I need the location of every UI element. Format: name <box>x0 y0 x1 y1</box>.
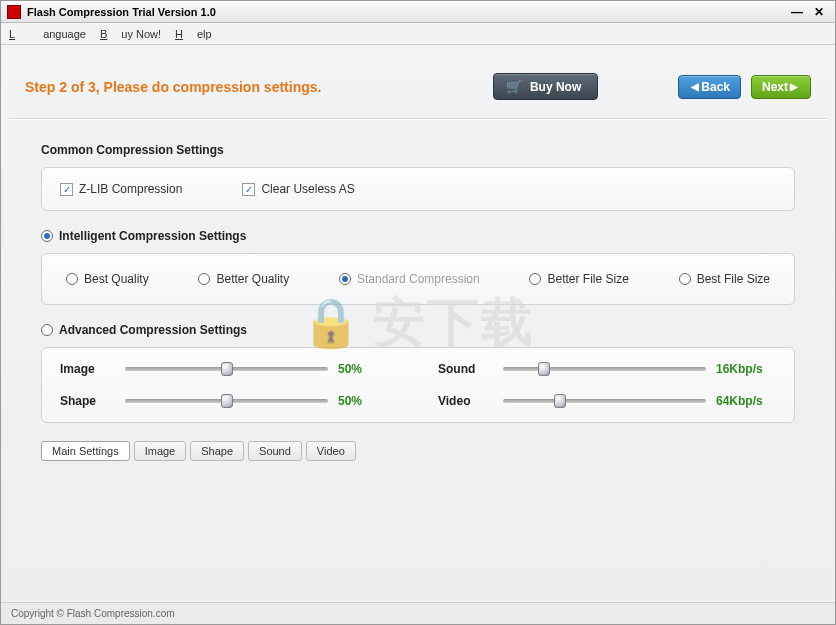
checkbox-icon <box>242 183 255 196</box>
radio-better-quality[interactable]: Better Quality <box>198 272 289 286</box>
common-settings-label: Common Compression Settings <box>41 143 795 157</box>
copyright-text: Copyright © Flash Compression.com <box>11 608 175 619</box>
advanced-settings-radio[interactable]: Advanced Compression Settings <box>41 323 795 337</box>
main-panel: Common Compression Settings Z-LIB Compre… <box>1 119 835 471</box>
close-button[interactable]: ✕ <box>809 5 829 19</box>
tab-shape[interactable]: Shape <box>190 441 244 461</box>
quality-radio-row: Best Quality Better Quality Standard Com… <box>60 268 776 290</box>
video-slider[interactable]: Video 64Kbp/s <box>438 394 776 408</box>
menu-help[interactable]: Help <box>175 28 212 40</box>
radio-icon <box>679 273 691 285</box>
common-settings-panel: Z-LIB Compression Clear Useless AS <box>41 167 795 211</box>
tab-main-settings[interactable]: Main Settings <box>41 441 130 461</box>
sound-slider[interactable]: Sound 16Kbp/s <box>438 362 776 376</box>
radio-best-file-size[interactable]: Best File Size <box>679 272 770 286</box>
chevron-right-icon: ▶ <box>790 81 798 92</box>
next-button[interactable]: Next ▶ <box>751 75 811 99</box>
tab-video[interactable]: Video <box>306 441 356 461</box>
checkbox-icon <box>60 183 73 196</box>
advanced-settings-panel: Image 50% Sound 16Kbp/s Shape 50% <box>41 347 795 423</box>
settings-tabs: Main Settings Image Shape Sound Video <box>41 441 795 461</box>
radio-standard-compression[interactable]: Standard Compression <box>339 272 480 286</box>
intelligent-settings-panel: Best Quality Better Quality Standard Com… <box>41 253 795 305</box>
footer: Copyright © Flash Compression.com <box>1 602 835 624</box>
radio-icon <box>529 273 541 285</box>
radio-icon <box>66 273 78 285</box>
tab-image[interactable]: Image <box>134 441 187 461</box>
title-bar: Flash Compression Trial Version 1.0 — ✕ <box>1 1 835 23</box>
minimize-button[interactable]: — <box>787 5 807 19</box>
buy-now-button[interactable]: 🛒 Buy Now <box>493 73 598 100</box>
clear-useless-as-checkbox[interactable]: Clear Useless AS <box>242 182 354 196</box>
radio-best-quality[interactable]: Best Quality <box>66 272 149 286</box>
header-row: Step 2 of 3, Please do compression setti… <box>1 45 835 118</box>
radio-icon <box>41 230 53 242</box>
shape-slider[interactable]: Shape 50% <box>60 394 398 408</box>
zlib-checkbox[interactable]: Z-LIB Compression <box>60 182 182 196</box>
cart-icon: 🛒 <box>506 79 522 94</box>
slider-thumb[interactable] <box>221 394 233 408</box>
step-text: Step 2 of 3, Please do compression setti… <box>25 79 321 95</box>
menu-language[interactable]: Language <box>9 28 86 40</box>
slider-thumb[interactable] <box>221 362 233 376</box>
radio-better-file-size[interactable]: Better File Size <box>529 272 628 286</box>
chevron-left-icon: ◀ <box>691 81 699 92</box>
menu-buy-now[interactable]: Buy Now! <box>100 28 161 40</box>
window-title: Flash Compression Trial Version 1.0 <box>27 6 216 18</box>
menu-bar: Language Buy Now! Help <box>1 23 835 45</box>
radio-icon <box>41 324 53 336</box>
content-area: 🔒安下载 Step 2 of 3, Please do compression … <box>1 45 835 602</box>
intelligent-settings-radio[interactable]: Intelligent Compression Settings <box>41 229 795 243</box>
radio-icon <box>339 273 351 285</box>
radio-icon <box>198 273 210 285</box>
tab-sound[interactable]: Sound <box>248 441 302 461</box>
slider-thumb[interactable] <box>538 362 550 376</box>
app-window: Flash Compression Trial Version 1.0 — ✕ … <box>0 0 836 625</box>
back-button[interactable]: ◀ Back <box>678 75 741 99</box>
app-icon <box>7 5 21 19</box>
slider-thumb[interactable] <box>554 394 566 408</box>
image-slider[interactable]: Image 50% <box>60 362 398 376</box>
